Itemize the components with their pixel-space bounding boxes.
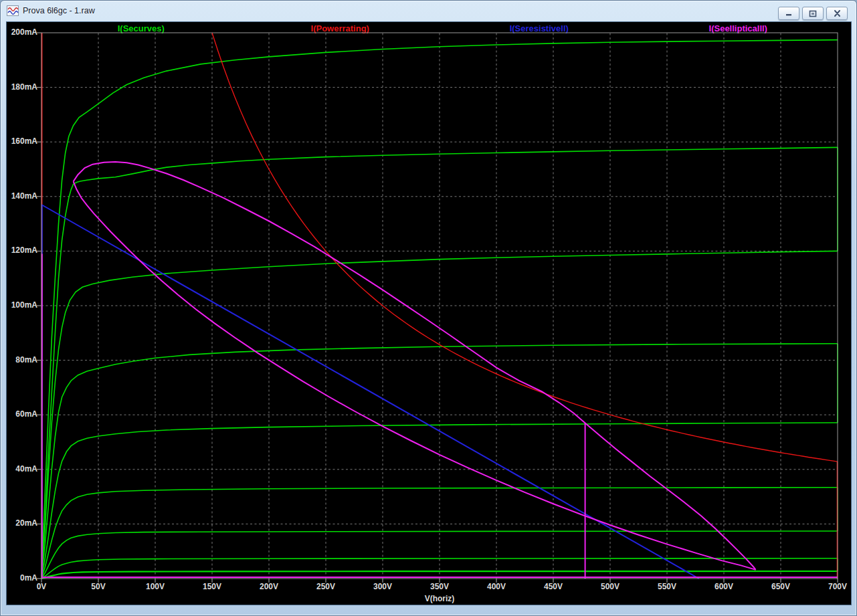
x-tick-label: 400V [487, 582, 506, 591]
x-tick-label: 500V [601, 582, 620, 591]
x-axis-title: V(horiz) [425, 594, 455, 603]
waveform-icon [7, 5, 19, 16]
y-tick-label: 80mA [7, 355, 37, 365]
y-tick-label: 0mA [7, 573, 37, 583]
y-tick-label: 160mA [7, 136, 37, 146]
plot-pane[interactable]: I(Securves)I(Powerrating)I(Seresistivell… [6, 21, 852, 605]
y-tick-label: 40mA [7, 464, 37, 474]
trace-seellipticalll-upper-arc [74, 162, 756, 570]
y-tick-label: 200mA [7, 27, 37, 37]
y-tick-label: 100mA [7, 300, 37, 310]
x-tick-label: 450V [544, 582, 563, 591]
x-tick-label: 150V [203, 582, 221, 591]
close-button[interactable] [826, 7, 848, 20]
x-tick-label: 650V [771, 582, 790, 591]
x-tick-label: 600V [715, 582, 733, 591]
minimize-button[interactable] [778, 7, 799, 20]
restore-icon [809, 10, 817, 17]
y-tick-label: 60mA [7, 409, 37, 419]
trace-powerrating [212, 33, 838, 461]
y-tick-label: 20mA [7, 518, 37, 528]
plot-canvas[interactable] [36, 27, 843, 584]
y-tick-label: 180mA [7, 82, 37, 92]
x-tick-label: 50V [91, 582, 105, 591]
trace-seellipticalll-lower-arc [74, 181, 756, 570]
x-tick-label: 300V [373, 582, 392, 591]
window-title: Prova 6l6gc - 1.raw [23, 6, 95, 15]
x-tick-label: 100V [146, 582, 165, 591]
app-window: Prova 6l6gc - 1.raw I(Securves)I(Powerr [0, 0, 857, 616]
x-tick-label: 700V [828, 582, 847, 591]
x-tick-label: 250V [316, 582, 335, 591]
minimize-icon [785, 10, 793, 17]
restore-button[interactable] [802, 7, 824, 20]
close-icon [834, 10, 841, 17]
x-tick-label: 350V [430, 582, 449, 591]
x-tick-label: 550V [658, 582, 676, 591]
y-tick-label: 120mA [7, 245, 37, 255]
x-tick-label: 0V [37, 582, 47, 591]
y-tick-label: 140mA [7, 191, 37, 201]
titlebar[interactable]: Prova 6l6gc - 1.raw [1, 1, 856, 21]
x-tick-label: 200V [260, 582, 278, 591]
window-controls [778, 7, 848, 20]
